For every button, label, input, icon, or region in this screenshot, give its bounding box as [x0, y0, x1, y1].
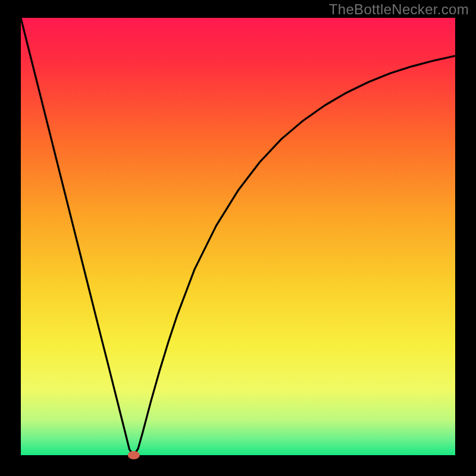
watermark-link[interactable]: TheBottleNecker.com — [329, 1, 469, 18]
chart-canvas — [0, 0, 476, 476]
plot-background — [21, 18, 455, 455]
chart-frame: TheBottleNecker.com — [0, 0, 476, 476]
optimal-point-marker — [128, 451, 140, 459]
